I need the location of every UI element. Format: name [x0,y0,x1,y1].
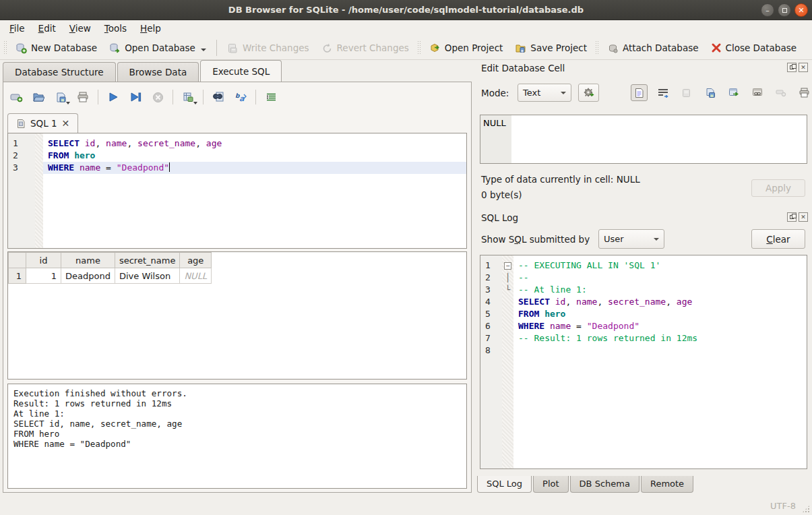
edit-cell-title: Edit Database Cell [481,63,565,73]
import-icon [678,84,695,101]
toolbar-separator [255,90,256,104]
tab-browse-data[interactable]: Browse Data [117,62,199,82]
chevron-down-icon[interactable] [193,102,197,104]
cell-value-editor[interactable]: NULL [480,115,807,164]
status-bar: UTF-8 [0,495,812,515]
tab-plot[interactable]: Plot [533,476,569,493]
minimize-icon[interactable]: – [761,3,774,17]
indent-icon[interactable] [263,90,278,104]
export-icon[interactable] [701,84,718,101]
table-cell[interactable]: NULL [180,268,212,284]
close-icon[interactable]: ✕ [794,3,808,17]
attach-database-button[interactable]: Attach Database [601,39,705,57]
encoding-label: UTF-8 [770,501,796,511]
save-results-icon[interactable] [181,90,195,104]
window-title: DB Browser for SQLite - /home/user/code/… [228,5,584,15]
line-numbers: 12345678 [480,255,502,468]
main-toolbar: New Database Open Database Write Changes… [0,36,812,60]
word-wrap-icon[interactable] [654,84,671,101]
open-project-button[interactable]: Open Project [423,39,509,57]
tab-db-schema[interactable]: DB Schema [570,476,639,493]
save-project-button[interactable]: Save Project [509,39,593,57]
menu-file[interactable]: File [3,21,32,36]
sql-log-title: SQL Log [481,212,518,223]
float-icon[interactable] [787,212,797,222]
find-replace-icon[interactable] [211,90,226,104]
sql-tab-bar: SQL 1 ✕ [7,113,78,133]
new-sql-tab-icon[interactable] [9,90,24,104]
sql-editor[interactable]: 123 SELECT id, name, secret_name, ageFRO… [8,133,466,248]
tab-execute-sql[interactable]: Execute SQL [200,60,282,83]
column-header[interactable]: id [26,253,61,268]
open-external-icon[interactable] [725,84,742,101]
sql-code[interactable]: SELECT id, name, secret_name, ageFROM he… [43,133,466,248]
execute-sql-panel: ba SQL 1 ✕ 123 SELECT id, name, secret_n… [3,82,472,493]
sql-document-tab[interactable]: SQL 1 ✕ [7,113,78,133]
document-view-icon[interactable] [631,84,648,101]
table-cell[interactable]: 1 [26,268,61,284]
open-project-icon [429,42,441,54]
column-header[interactable]: age [180,253,212,268]
print-icon[interactable] [75,90,90,104]
corner-header[interactable] [9,253,26,268]
resize-grip-icon[interactable] [802,505,810,513]
float-icon[interactable] [787,63,797,72]
print-icon[interactable] [796,84,812,101]
mode-value: Text [523,88,540,98]
log-filter-label: Show SQL submitted by [481,234,590,245]
sql-log-dock-buttons: ✕ [787,212,808,222]
chevron-down-icon [561,92,566,94]
table-cell[interactable]: Deadpond [61,268,115,284]
execute-line-icon[interactable] [128,90,143,104]
close-icon[interactable]: ✕ [799,212,808,222]
column-header[interactable]: name [61,253,115,268]
menu-view[interactable]: View [63,21,98,36]
right-dock: Edit Database Cell ✕ Mode: Text NULL Typ… [476,60,812,495]
tab-sql-log[interactable]: SQL Log [477,476,532,493]
open-sql-file-icon[interactable] [31,90,46,104]
menu-tools[interactable]: Tools [98,21,133,36]
autocomplete-icon[interactable]: ba [233,90,248,104]
tab-database-structure[interactable]: Database Structure [3,62,116,82]
save-sql-file-icon[interactable] [53,90,68,104]
title-bar: DB Browser for SQLite - /home/user/code/… [0,0,812,20]
link-icon[interactable] [749,84,766,101]
execute-all-icon[interactable] [106,90,121,104]
sql-log-editor[interactable]: 12345678 −│└ -- EXECUTING ALL IN 'SQL 1'… [480,255,807,468]
menu-edit[interactable]: Edit [32,21,63,36]
fold-margin[interactable]: −│└ [502,255,513,468]
main-tab-bar: Database Structure Browse Data Execute S… [3,61,283,82]
clear-log-button[interactable]: Clear [751,229,805,249]
chevron-down-icon [654,238,659,241]
apply-button: Apply [751,179,805,197]
toolbar-handle[interactable] [3,40,7,55]
maximize-icon[interactable] [778,3,791,17]
table-cell[interactable]: Dive Wilson [115,268,179,284]
row-header[interactable]: 1 [9,268,26,284]
mode-select[interactable]: Text [518,84,571,102]
toolbar-handle[interactable] [595,40,599,55]
toolbar-separator [216,40,217,56]
sql-tab-label: SQL 1 [30,118,57,129]
fold-margin [35,133,43,248]
close-icon[interactable]: ✕ [799,63,808,72]
new-database-button[interactable]: New Database [9,39,103,57]
log-code[interactable]: -- EXECUTING ALL IN 'SQL 1'---- At line … [513,255,807,468]
stop-icon [150,90,165,104]
results-table[interactable]: idnamesecret_nameage11DeadpondDive Wilso… [8,252,212,284]
cell-editor-toolbar [631,84,812,101]
open-database-button[interactable]: Open Database [103,39,212,57]
revert-changes-icon [321,42,333,54]
toolbar-handle[interactable] [417,40,421,55]
chevron-down-icon[interactable] [201,49,206,51]
tab-remote[interactable]: Remote [641,476,693,493]
close-database-button[interactable]: Close Database [705,39,803,57]
menu-help[interactable]: Help [133,21,168,36]
text-cursor [169,162,170,172]
close-tab-icon[interactable]: ✕ [62,118,70,129]
column-header[interactable]: secret_name [115,253,179,268]
log-filter-select[interactable]: User [598,229,664,249]
gear-button[interactable] [578,84,599,102]
set-null-icon [772,84,789,101]
chevron-down-icon[interactable] [66,102,70,104]
